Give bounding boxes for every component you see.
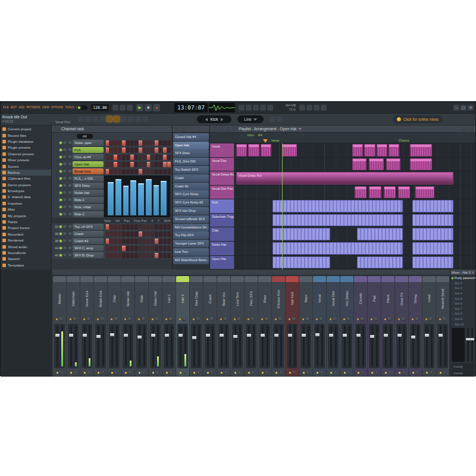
step-cell[interactable] xyxy=(163,162,167,167)
browser-item[interactable]: Rendered xyxy=(1,237,51,243)
mixer-strip[interactable]: Pad xyxy=(368,276,381,376)
step-cell[interactable] xyxy=(139,148,142,153)
pan-knob[interactable] xyxy=(62,184,67,188)
step-cell[interactable] xyxy=(134,140,138,146)
volume-knob[interactable] xyxy=(68,246,72,250)
mixer-strip[interactable]: Open Hat xyxy=(149,276,162,376)
fader-handle[interactable] xyxy=(233,335,237,338)
audio-clip[interactable] xyxy=(355,186,367,199)
step-cell[interactable] xyxy=(134,246,138,251)
link-knob[interactable] xyxy=(197,371,200,374)
step-cell[interactable] xyxy=(134,169,138,174)
menu-options[interactable]: OPTIONS xyxy=(51,106,63,109)
browser-item[interactable]: Templates xyxy=(1,262,51,268)
fader-handle[interactable] xyxy=(165,334,169,337)
link-knob[interactable] xyxy=(279,371,282,374)
pan-knob[interactable] xyxy=(62,253,67,258)
playlist-lane[interactable] xyxy=(234,256,475,270)
link-knob[interactable] xyxy=(402,371,405,374)
link-knob[interactable] xyxy=(115,371,118,374)
send-led-icon[interactable] xyxy=(330,372,332,374)
step-cell[interactable] xyxy=(151,239,154,244)
send-led-icon[interactable] xyxy=(152,372,154,374)
track-header[interactable]: Clap xyxy=(210,227,234,242)
pattern-item[interactable]: Closed Hat #4 xyxy=(173,133,209,141)
link-knob[interactable] xyxy=(389,371,392,374)
strip-color-tab[interactable] xyxy=(231,276,244,282)
track-header[interactable]: Sidechain Trigger xyxy=(210,214,234,228)
pan-knob[interactable] xyxy=(374,317,378,321)
pan-knob[interactable] xyxy=(196,317,200,321)
step-cell[interactable] xyxy=(106,169,109,174)
fader-handle[interactable] xyxy=(425,334,429,337)
step-cell[interactable] xyxy=(151,169,154,174)
mixer-strip[interactable]: Sub Kick xyxy=(286,276,299,376)
step-cell[interactable] xyxy=(155,169,158,174)
menu-edit[interactable]: EDIT xyxy=(11,106,17,109)
step-cell[interactable] xyxy=(106,253,109,258)
link-knob[interactable] xyxy=(87,371,90,374)
playlist-lanes[interactable]: Vocal Delay Rol xyxy=(234,143,475,270)
step-cell[interactable] xyxy=(167,162,171,167)
plugin-slot[interactable]: Slot 10 xyxy=(450,321,475,327)
fx-led-icon[interactable] xyxy=(343,318,345,320)
strip-color-tab[interactable] xyxy=(121,276,134,282)
strip-color-tab[interactable] xyxy=(299,276,312,282)
step-cell[interactable] xyxy=(114,162,117,167)
step-cell[interactable] xyxy=(163,239,167,244)
wait-for-input-icon[interactable] xyxy=(127,105,133,111)
track-header[interactable]: Vocal xyxy=(210,143,234,158)
send-led-icon[interactable] xyxy=(317,372,318,374)
pattern-clip[interactable] xyxy=(357,256,403,269)
mixer-icon[interactable] xyxy=(260,105,266,111)
step-cell[interactable] xyxy=(167,224,171,230)
step-cell[interactable] xyxy=(159,246,162,251)
pan-knob[interactable] xyxy=(62,239,67,243)
strip-color-tab[interactable] xyxy=(176,276,189,282)
audio-clip[interactable] xyxy=(369,186,381,199)
pattern-clip[interactable] xyxy=(273,228,330,240)
step-cell[interactable] xyxy=(106,148,109,153)
mute-led-icon[interactable] xyxy=(60,170,62,173)
step-cell[interactable] xyxy=(126,246,130,251)
step-cell[interactable] xyxy=(147,231,151,237)
pan-knob[interactable] xyxy=(62,212,67,217)
step-cell[interactable] xyxy=(126,253,130,258)
browser-item[interactable]: Plugin presets xyxy=(1,145,51,151)
send-led-icon[interactable] xyxy=(412,372,414,374)
mute-led-icon[interactable] xyxy=(60,184,62,187)
browser-item[interactable]: Impulses xyxy=(1,201,51,206)
volume-knob[interactable] xyxy=(68,191,72,195)
mute-led-icon[interactable] xyxy=(60,156,62,158)
slot-led-icon[interactable] xyxy=(452,318,453,320)
step-cell[interactable] xyxy=(143,224,146,230)
step-cell[interactable] xyxy=(106,140,109,146)
step-cell[interactable] xyxy=(147,155,151,160)
chevron-down-icon[interactable] xyxy=(298,128,302,130)
fader-handle[interactable] xyxy=(124,334,128,337)
send-led-icon[interactable] xyxy=(440,372,441,374)
fader-track[interactable] xyxy=(166,325,168,367)
strip-color-tab[interactable] xyxy=(436,276,449,282)
step-cell[interactable] xyxy=(118,169,121,174)
step-cell[interactable] xyxy=(163,224,167,230)
browser-item[interactable]: Channel presets xyxy=(1,151,51,157)
step-cell[interactable] xyxy=(106,231,109,237)
step-cell[interactable] xyxy=(134,253,138,258)
link-knob[interactable] xyxy=(224,371,227,374)
link-knob[interactable] xyxy=(347,371,350,374)
strip-color-tab[interactable] xyxy=(203,276,217,282)
draw-tool-icon[interactable] xyxy=(107,116,112,122)
fader-handle[interactable] xyxy=(206,334,210,337)
link-knob[interactable] xyxy=(170,371,173,374)
pan-knob[interactable] xyxy=(62,198,67,202)
channel-button[interactable]: Sidec..pper xyxy=(73,140,104,146)
fx-led-icon[interactable] xyxy=(316,318,318,320)
link-knob[interactable] xyxy=(252,371,255,374)
volume-knob[interactable] xyxy=(68,232,72,236)
link-knob[interactable] xyxy=(306,371,309,374)
pan-knob[interactable] xyxy=(62,155,67,159)
typing-keyboard-icon[interactable] xyxy=(299,105,305,111)
channel-button[interactable]: Crash xyxy=(73,231,104,237)
fader-track[interactable] xyxy=(70,325,72,367)
